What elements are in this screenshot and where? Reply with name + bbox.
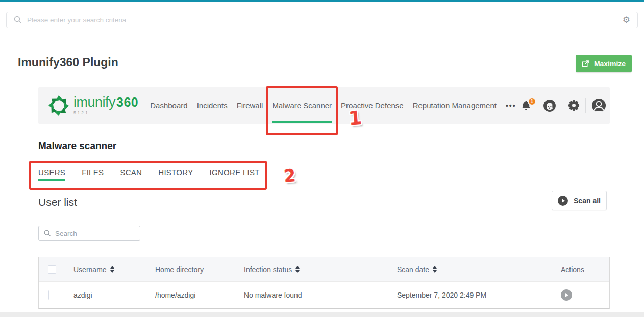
imunify-logo: imunify 360 5.1.2-1 <box>38 87 138 124</box>
nav-item-firewall[interactable]: Firewall <box>232 87 268 124</box>
tab-label: USERS <box>38 168 65 177</box>
sort-icon <box>110 266 114 273</box>
column-header-scan-date[interactable]: Scan date <box>397 265 561 274</box>
imunify-settings-gear-icon[interactable] <box>568 100 580 111</box>
active-tab-underline <box>38 179 65 181</box>
column-label: Scan date <box>397 265 429 274</box>
nav-item-dashboard[interactable]: Dashboard <box>145 87 192 124</box>
column-label: Home directory <box>155 265 204 274</box>
brand-version: 5.1.2-1 <box>73 110 138 115</box>
tab-scan[interactable]: SCAN <box>120 168 142 181</box>
sort-icon <box>295 266 300 273</box>
page-title: Imunify360 Plugin <box>18 56 118 69</box>
global-search-bar[interactable]: ⚙ <box>6 12 638 28</box>
maximize-icon <box>582 60 589 67</box>
brand-name: imunify <box>73 95 115 109</box>
imunify-starburst-icon <box>47 94 70 117</box>
user-list-search-input[interactable] <box>55 230 135 237</box>
sort-icon <box>433 266 437 273</box>
annotation-digit-2: 2 <box>283 165 296 186</box>
tab-history[interactable]: HISTORY <box>158 168 193 181</box>
nav-item-malware-scanner[interactable]: Malware Scanner 1 <box>267 87 336 124</box>
navbar-icons: 1 <box>521 87 614 124</box>
table-row: azdigi /home/azdigi No malware found Sep… <box>39 282 609 308</box>
scanner-section-title: Malware scanner <box>38 140 116 152</box>
user-list-title: User list <box>38 196 77 208</box>
column-header-home-directory: Home directory <box>155 265 244 274</box>
settings-gear-icon[interactable]: ⚙ <box>623 16 630 25</box>
imunify-navbar: imunify 360 5.1.2-1 Dashboard Incidents … <box>38 87 610 124</box>
table-header-row: Username Home directory Infection status… <box>39 257 609 282</box>
search-icon <box>14 16 22 24</box>
column-label: Actions <box>561 265 584 274</box>
row-scan-play-button[interactable] <box>561 289 572 301</box>
nav-item-label: Malware Scanner <box>272 101 332 110</box>
support-headset-icon[interactable] <box>543 99 556 112</box>
annotation-box-1 <box>266 86 338 135</box>
bottom-band <box>0 312 644 317</box>
column-header-actions: Actions <box>561 265 609 274</box>
user-table: Username Home directory Infection status… <box>38 257 610 309</box>
notification-badge: 1 <box>528 97 536 106</box>
nav-item-proactive-defense[interactable]: Proactive Defense <box>336 87 408 124</box>
icon-separator <box>537 98 537 113</box>
user-list-search[interactable] <box>38 226 140 241</box>
nav-item-reputation-management[interactable]: Reputation Management <box>408 87 501 124</box>
active-nav-underline <box>272 121 332 123</box>
notifications-bell-icon[interactable]: 1 <box>521 100 531 111</box>
cell-infection-status: No malware found <box>244 291 397 299</box>
select-all-checkbox[interactable] <box>48 265 56 274</box>
tab-users[interactable]: USERS <box>38 168 65 181</box>
scan-all-label: Scan all <box>574 197 601 205</box>
scanner-tabs: USERS FILES SCAN HISTORY IGNORE LIST <box>38 168 260 181</box>
play-icon <box>558 196 568 206</box>
user-avatar[interactable] <box>591 98 606 113</box>
global-search-input[interactable] <box>27 16 623 24</box>
screen: ⚙ Imunify360 Plugin Maximize <box>0 0 644 317</box>
header-divider <box>0 78 644 78</box>
row-checkbox[interactable] <box>48 290 49 300</box>
cell-scan-date: September 7, 2020 2:49 PM <box>397 291 561 299</box>
cell-home-directory: /home/azdigi <box>155 291 244 299</box>
maximize-label: Maximize <box>594 60 626 68</box>
column-label: Infection status <box>244 265 292 274</box>
nav-item-incidents[interactable]: Incidents <box>192 87 232 124</box>
brand-suffix: 360 <box>116 96 138 109</box>
column-header-infection-status[interactable]: Infection status <box>244 265 397 274</box>
icon-separator <box>585 98 586 113</box>
maximize-button[interactable]: Maximize <box>576 55 632 72</box>
nav-more-button[interactable]: ••• <box>501 87 521 124</box>
imunify-nav-menu: Dashboard Incidents Firewall Malware Sca… <box>145 87 521 124</box>
column-label: Username <box>73 265 107 274</box>
column-header-username[interactable]: Username <box>73 265 155 274</box>
cell-username: azdigi <box>73 291 155 299</box>
scan-all-button[interactable]: Scan all <box>552 191 607 210</box>
tab-files[interactable]: FILES <box>82 168 104 181</box>
icon-separator <box>562 98 562 113</box>
search-icon <box>44 230 51 237</box>
tab-ignore-list[interactable]: IGNORE LIST <box>209 168 259 181</box>
top-accent-line <box>0 0 644 2</box>
